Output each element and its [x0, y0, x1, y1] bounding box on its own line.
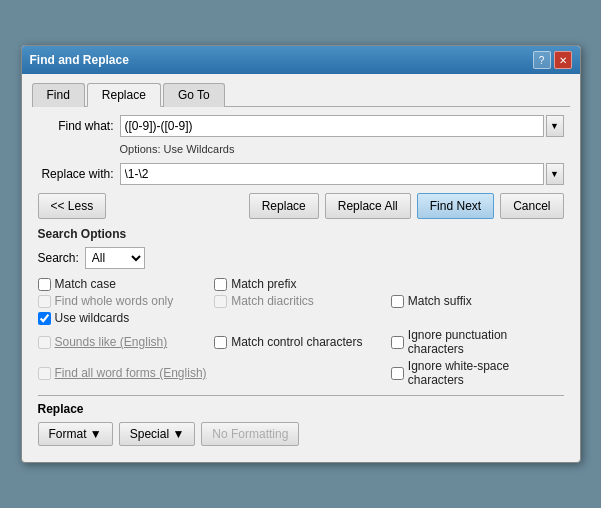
close-button[interactable]: ✕: [554, 51, 572, 69]
replace-with-row: Replace with: ▼: [38, 163, 564, 185]
replace-with-input-wrap: ▼: [120, 163, 564, 185]
checkbox-match-case: Match case: [38, 277, 211, 291]
replace-all-button[interactable]: Replace All: [325, 193, 411, 219]
match-prefix-checkbox[interactable]: [214, 278, 227, 291]
title-bar: Find and Replace ? ✕: [22, 46, 580, 74]
checkbox-match-prefix: Match prefix: [214, 277, 387, 291]
tabs: Find Replace Go To: [32, 82, 570, 107]
match-prefix-label[interactable]: Match prefix: [231, 277, 296, 291]
match-case-checkbox[interactable]: [38, 278, 51, 291]
search-row: Search: All Down Up: [38, 247, 564, 269]
match-diacritics-label[interactable]: Match diacritics: [231, 294, 314, 308]
find-what-input[interactable]: [120, 115, 544, 137]
checkbox-use-wildcards: Use wildcards: [38, 311, 211, 325]
match-suffix-checkbox[interactable]: [391, 295, 404, 308]
format-button[interactable]: Format ▼: [38, 422, 113, 446]
search-options-label: Search Options: [38, 227, 564, 241]
help-button[interactable]: ?: [533, 51, 551, 69]
search-select[interactable]: All Down Up: [85, 247, 145, 269]
find-what-label: Find what:: [38, 119, 120, 133]
find-what-input-wrap: ▼: [120, 115, 564, 137]
divider: [38, 395, 564, 396]
match-suffix-label[interactable]: Match suffix: [408, 294, 472, 308]
match-case-label[interactable]: Match case: [55, 277, 116, 291]
match-control-checkbox[interactable]: [214, 336, 227, 349]
checkbox-ignore-whitespace: Ignore white-space characters: [391, 359, 564, 387]
tab-replace[interactable]: Replace: [87, 83, 161, 107]
checkbox-whole-words: Find whole words only: [38, 294, 211, 308]
find-all-forms-label[interactable]: Find all word forms (English): [55, 366, 207, 380]
tab-goto[interactable]: Go To: [163, 83, 225, 107]
options-line: Options: Use Wildcards: [120, 143, 564, 155]
find-replace-dialog: Find and Replace ? ✕ Find Replace Go To …: [21, 45, 581, 463]
replace-section-buttons: Format ▼ Special ▼ No Formatting: [38, 422, 564, 446]
checkbox-match-diacritics: Match diacritics: [214, 294, 387, 308]
ignore-punctuation-label[interactable]: Ignore punctuation characters: [408, 328, 564, 356]
ignore-punctuation-checkbox[interactable]: [391, 336, 404, 349]
replace-button[interactable]: Replace: [249, 193, 319, 219]
no-formatting-button[interactable]: No Formatting: [201, 422, 299, 446]
find-what-dropdown[interactable]: ▼: [546, 115, 564, 137]
whole-words-label[interactable]: Find whole words only: [55, 294, 174, 308]
options-label: Options:: [120, 143, 161, 155]
checkbox-sounds-like: Sounds like (English): [38, 328, 211, 356]
use-wildcards-label[interactable]: Use wildcards: [55, 311, 130, 325]
search-label: Search:: [38, 251, 79, 265]
sounds-like-label[interactable]: Sounds like (English): [55, 335, 168, 349]
less-button[interactable]: << Less: [38, 193, 107, 219]
ignore-whitespace-checkbox[interactable]: [391, 367, 404, 380]
checkbox-find-all-forms: Find all word forms (English): [38, 359, 211, 387]
options-value: Use Wildcards: [164, 143, 235, 155]
title-bar-buttons: ? ✕: [533, 51, 572, 69]
checkbox-match-suffix: Match suffix: [391, 294, 564, 308]
match-diacritics-checkbox[interactable]: [214, 295, 227, 308]
special-button[interactable]: Special ▼: [119, 422, 196, 446]
dialog-title: Find and Replace: [30, 53, 129, 67]
cancel-button[interactable]: Cancel: [500, 193, 563, 219]
replace-with-dropdown[interactable]: ▼: [546, 163, 564, 185]
sounds-like-checkbox[interactable]: [38, 336, 51, 349]
whole-words-checkbox[interactable]: [38, 295, 51, 308]
find-what-row: Find what: ▼: [38, 115, 564, 137]
find-all-forms-checkbox[interactable]: [38, 367, 51, 380]
tab-find[interactable]: Find: [32, 83, 85, 107]
checkboxes-container: Match case Match prefix Find whole words…: [38, 277, 564, 387]
checkbox-ignore-punctuation: Ignore punctuation characters: [391, 328, 564, 356]
replace-section-label: Replace: [38, 402, 564, 416]
replace-with-label: Replace with:: [38, 167, 120, 181]
match-control-label[interactable]: Match control characters: [231, 335, 362, 349]
find-next-button[interactable]: Find Next: [417, 193, 494, 219]
action-buttons: << Less Replace Replace All Find Next Ca…: [38, 193, 564, 219]
ignore-whitespace-label[interactable]: Ignore white-space characters: [408, 359, 564, 387]
dialog-body: Find Replace Go To Find what: ▼ Options:…: [22, 74, 580, 462]
tab-content: Find what: ▼ Options: Use Wildcards Repl…: [32, 107, 570, 452]
use-wildcards-checkbox[interactable]: [38, 312, 51, 325]
checkbox-match-control: Match control characters: [214, 328, 387, 356]
replace-with-input[interactable]: [120, 163, 544, 185]
